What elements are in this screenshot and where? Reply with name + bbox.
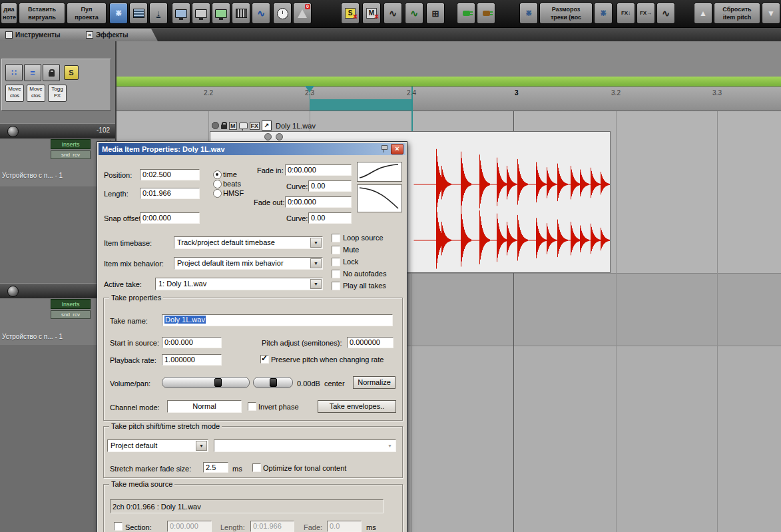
fade-out-field[interactable]: 0:00.000 (285, 196, 352, 208)
time-selection[interactable] (310, 99, 412, 111)
download-button[interactable]: ↓ (149, 3, 168, 24)
envelope-button-1[interactable]: ∿ (384, 3, 402, 24)
inserts-button[interactable]: Inserts (51, 299, 91, 309)
monitor-button-2[interactable] (192, 3, 210, 24)
freeze-button-2[interactable] (594, 3, 613, 24)
optimize-tonal-checkbox[interactable] (252, 463, 261, 472)
send-receive-button[interactable]: snd rcv (51, 310, 91, 319)
beats-radio[interactable] (213, 180, 222, 188)
reset-item-pitch-button[interactable]: Сбросить item pitch (714, 3, 760, 24)
media-note-button[interactable]: диа ноте (1, 3, 17, 24)
waveform-blue-button[interactable]: ∿ (252, 3, 270, 24)
fade-in-curve-button[interactable] (357, 162, 402, 182)
freeze-active-button[interactable] (109, 3, 128, 24)
item-mix-behavior-combo[interactable]: Project default item mix behavior ▼ (174, 257, 323, 270)
fade-in-curve-field[interactable]: 0.00 (308, 180, 352, 192)
normalize-button[interactable]: Normalize (353, 376, 395, 389)
inserts-button[interactable]: Inserts (51, 139, 91, 149)
marker-lane[interactable] (117, 77, 781, 87)
chevron-down-icon[interactable]: ▼ (310, 279, 322, 289)
pan-knob[interactable] (7, 286, 19, 297)
envelope-button-2[interactable]: ∿ (405, 3, 423, 24)
pitch-down-button[interactable]: ▼ (762, 3, 780, 24)
section-checkbox[interactable] (114, 522, 123, 531)
item-properties-icon[interactable]: ↗ (262, 121, 272, 131)
fade-out-curve-field[interactable]: 0.00 (308, 212, 352, 224)
mute-checkbox[interactable] (332, 246, 340, 254)
length-field[interactable]: 0:01.966 (140, 188, 200, 199)
take-circle-icon[interactable] (212, 122, 219, 129)
tab-instruments[interactable]: Инструменты (0, 29, 95, 41)
pitch-adjust-field[interactable]: 0.000000 (347, 337, 393, 348)
lock-icon[interactable] (221, 125, 227, 129)
pan-slider-handle[interactable] (270, 378, 277, 387)
freeze-button-1[interactable] (519, 3, 538, 24)
move-close-button-1[interactable]: ∷ (5, 64, 23, 81)
pan-knob[interactable] (7, 126, 19, 137)
chevron-down-icon[interactable]: ▼ (310, 238, 322, 248)
monitor-button-3[interactable] (212, 3, 230, 24)
no-autofades-checkbox[interactable] (332, 270, 340, 278)
move-close-label-1[interactable]: Move clos (5, 85, 24, 102)
toggle-fx-button[interactable] (43, 64, 60, 81)
pan-slider[interactable] (253, 377, 293, 388)
preserve-pitch-checkbox[interactable] (260, 355, 269, 364)
send-receive-button[interactable]: snd rcv (51, 150, 91, 159)
unfreeze-tracks-button[interactable]: Размороз треки (вос (539, 3, 593, 24)
insert-virtual-button[interactable]: Вставить виргуаль (19, 3, 65, 24)
track2-name[interactable]: Устройство с п... - 1 (2, 333, 63, 340)
volume-slider[interactable] (162, 377, 250, 388)
stretch-fade-field[interactable]: 2.5 (203, 462, 228, 473)
active-take-combo[interactable]: 1: Doly 1L.wav ▼ (155, 278, 323, 290)
playback-rate-field[interactable]: 1.000000 (162, 354, 222, 366)
monitor-button-1[interactable] (172, 3, 190, 24)
chevron-down-icon[interactable]: ▼ (310, 258, 322, 268)
fade-out-curve-button[interactable] (357, 184, 402, 212)
move-close-button-2[interactable]: ≡ (24, 64, 41, 81)
track1-name[interactable]: Устройство с п... - 1 (2, 172, 63, 179)
snap-offset-field[interactable]: 0:00.000 (140, 212, 200, 224)
chevron-down-icon[interactable]: ▼ (196, 441, 207, 451)
time-radio[interactable] (213, 170, 222, 179)
fx-icon[interactable]: FX (250, 122, 260, 130)
notes-icon[interactable] (239, 123, 248, 129)
plug-out-button[interactable] (477, 3, 495, 24)
fade-in-field[interactable]: 0:00.000 (285, 164, 352, 176)
fx-right-button[interactable]: FX→ (637, 3, 655, 24)
mute-icon[interactable]: M (229, 122, 237, 130)
pitch-mode-combo[interactable]: Project default ▼ (107, 439, 208, 452)
invert-phase-checkbox[interactable] (248, 402, 256, 411)
clock-button[interactable] (273, 3, 292, 24)
clear-solo-button[interactable]: S× (341, 3, 360, 24)
stripes-button[interactable] (129, 3, 148, 24)
take-envelopes-button[interactable]: Take envelopes.. (318, 400, 396, 413)
close-button[interactable]: × (391, 144, 403, 154)
metronome-button[interactable]: 0 (293, 3, 312, 24)
lock-checkbox[interactable] (332, 258, 340, 266)
clear-mute-button[interactable]: M× (362, 3, 381, 24)
solo-button[interactable]: S (64, 65, 79, 80)
take-name-field[interactable]: Doly 1L.wav (162, 314, 393, 326)
item-timebase-combo[interactable]: Track/project default timebase ▼ (174, 236, 323, 249)
item-envelope-icon[interactable] (276, 133, 283, 140)
volume-slider-handle[interactable] (214, 378, 222, 387)
grid-button[interactable]: ⊞ (426, 3, 445, 24)
project-pool-button[interactable]: Пул проекта (67, 3, 107, 24)
plug-in-button[interactable] (457, 3, 475, 24)
start-in-source-field[interactable]: 0:00.000 (162, 337, 222, 348)
tab-effects[interactable]: × Эффекты (81, 29, 158, 41)
fx-down-button[interactable]: FX↓ (617, 3, 635, 24)
hmsf-radio[interactable] (213, 189, 222, 198)
pitch-up-button[interactable]: ▲ (694, 3, 712, 24)
fx-wave-button[interactable]: ∿ (656, 3, 675, 24)
move-close-label-2[interactable]: Move clos (27, 85, 45, 102)
meter-button[interactable] (232, 3, 250, 24)
toggle-fx-label[interactable]: Togg FX (48, 85, 67, 102)
channel-mode-combo[interactable]: Normal (167, 400, 242, 413)
position-field[interactable]: 0:02.500 (140, 169, 200, 180)
dialog-titlebar[interactable]: Media Item Properties: Doly 1L.wav (99, 143, 405, 155)
play-all-takes-checkbox[interactable] (332, 282, 340, 290)
loop-source-checkbox[interactable] (332, 234, 340, 242)
item-envelope-icon[interactable] (264, 133, 272, 140)
pin-icon[interactable] (380, 144, 388, 152)
